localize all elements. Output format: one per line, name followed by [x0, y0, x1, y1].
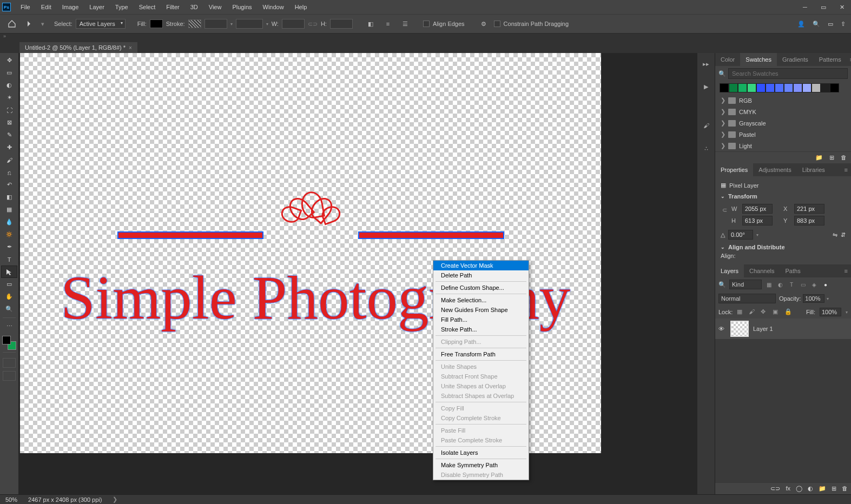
share-icon[interactable]: ⇧	[841, 21, 846, 28]
fill-input[interactable]: 100%	[820, 308, 841, 316]
zoom-tool[interactable]: 🔍	[1, 303, 17, 315]
home-button[interactable]	[4, 16, 19, 31]
new-layer-icon[interactable]: ⊞	[832, 485, 836, 492]
close-tab-icon[interactable]: ×	[129, 45, 132, 51]
screen-mode[interactable]	[3, 371, 16, 381]
color-picker[interactable]	[2, 336, 16, 350]
ctx-stroke-path-[interactable]: Stroke Path...	[433, 324, 529, 334]
menu-3d[interactable]: 3D	[185, 0, 203, 14]
menu-window[interactable]: Window	[258, 0, 289, 14]
layer-row[interactable]: 👁 Layer 1	[715, 319, 851, 340]
ctx-delete-path[interactable]: Delete Path	[433, 270, 529, 280]
link-icon[interactable]: ⊂⊃	[308, 21, 318, 28]
new-group-icon[interactable]: 📁	[815, 154, 823, 161]
flip-h-icon[interactable]: ⇋	[833, 231, 837, 238]
gradient-tool[interactable]: ▦	[1, 203, 17, 216]
new-group-icon[interactable]: 📁	[819, 485, 826, 492]
tab-paths[interactable]: Paths	[780, 264, 806, 277]
menu-select[interactable]: Select	[134, 0, 161, 14]
tab-gradients[interactable]: Gradients	[777, 53, 814, 66]
eraser-tool[interactable]: ◧	[1, 191, 17, 203]
ctx-make-selection-[interactable]: Make Selection...	[433, 295, 529, 305]
expand-icon[interactable]: ❯	[721, 97, 725, 104]
swatch-group-rgb[interactable]: ❯RGB	[715, 95, 851, 106]
swatch[interactable]	[729, 83, 738, 92]
gear-icon[interactable]: ⚙	[477, 17, 491, 31]
history-brush-tool[interactable]: ↶	[1, 178, 17, 191]
menu-image[interactable]: Image	[57, 0, 84, 14]
filter-toggle-icon[interactable]: ●	[822, 281, 829, 288]
y-input[interactable]: 883 px	[794, 216, 824, 226]
align-edges-checkbox[interactable]	[423, 21, 430, 27]
lock-all-icon[interactable]: 🔒	[784, 308, 792, 316]
collapse-icon[interactable]: ⌄	[721, 244, 725, 250]
filter-type-select[interactable]: Kind	[729, 280, 762, 289]
filter-pixel-icon[interactable]: ▦	[765, 281, 773, 288]
tab-properties[interactable]: Properties	[715, 163, 753, 176]
swatch[interactable]	[720, 83, 729, 92]
swatch[interactable]	[775, 83, 784, 92]
swatch[interactable]	[784, 83, 793, 92]
stroke-width[interactable]	[204, 19, 227, 29]
wand-tool[interactable]: ✶	[1, 91, 17, 104]
tab-color[interactable]: Color	[715, 53, 740, 66]
edit-toolbar[interactable]: ⋯	[1, 320, 17, 333]
flip-v-icon[interactable]: ⇵	[841, 231, 846, 238]
workspace-icon[interactable]: ▭	[828, 21, 833, 28]
delete-swatch-icon[interactable]: 🗑	[841, 154, 847, 161]
history-panel-icon[interactable]: ▸▸	[700, 57, 713, 70]
swatch-group-light[interactable]: ❯Light	[715, 140, 851, 151]
link-wh-icon[interactable]: ⊂	[721, 202, 728, 218]
quickmask-mode[interactable]	[3, 358, 16, 368]
panel-menu-icon[interactable]: ≡	[841, 268, 851, 274]
shape-tool[interactable]: ▭	[1, 278, 17, 290]
swatch-search-input[interactable]	[728, 68, 848, 79]
layer-name[interactable]: Layer 1	[753, 326, 773, 332]
menu-filter[interactable]: Filter	[161, 0, 184, 14]
document-info[interactable]: 2467 px x 2408 px (300 ppi)	[28, 496, 102, 503]
brush-tool[interactable]: 🖌	[1, 154, 17, 166]
fill-color[interactable]	[150, 19, 163, 28]
type-tool[interactable]: T	[1, 253, 17, 266]
marquee-tool[interactable]: ▭	[1, 67, 17, 79]
filter-smart-icon[interactable]: ◈	[810, 281, 818, 288]
tab-patterns[interactable]: Patterns	[814, 53, 847, 66]
blend-mode-select[interactable]: Normal	[718, 294, 776, 303]
swatch[interactable]	[738, 83, 747, 92]
swatch-group-grayscale[interactable]: ❯Grayscale	[715, 117, 851, 129]
swatch[interactable]	[747, 83, 756, 92]
ctx-create-vector-mask[interactable]: Create Vector Mask	[433, 261, 529, 270]
constrain-checkbox[interactable]	[494, 21, 500, 27]
pen-tool[interactable]: ✒	[1, 241, 17, 253]
swatch[interactable]	[802, 83, 812, 92]
ctx-make-symmetry-path[interactable]: Make Symmetry Path	[433, 460, 529, 470]
stamp-tool[interactable]: ⎌	[1, 166, 17, 178]
x-input[interactable]: 221 px	[794, 204, 824, 214]
brush-settings-icon[interactable]: ⛬	[700, 142, 713, 155]
swatch[interactable]	[830, 83, 839, 92]
height-field[interactable]	[330, 19, 353, 29]
adjustment-layer-icon[interactable]: ◐	[808, 485, 813, 492]
path-arrangement[interactable]: ☰	[398, 17, 412, 31]
collapse-icon[interactable]: ⌄	[721, 194, 725, 199]
shape-line-left[interactable]	[117, 231, 263, 239]
swatch[interactable]	[812, 83, 821, 92]
path-operations[interactable]: ◧	[364, 17, 378, 31]
tab-libraries[interactable]: Libraries	[797, 163, 830, 176]
panel-menu-icon[interactable]: ≡	[841, 167, 851, 173]
stroke-style[interactable]	[236, 19, 263, 29]
lock-artboard-icon[interactable]: ▣	[773, 308, 780, 316]
height-input[interactable]: 613 px	[742, 216, 773, 226]
move-tool[interactable]: ✥	[1, 54, 17, 67]
width-field[interactable]	[282, 19, 305, 29]
menu-view[interactable]: View	[203, 0, 227, 14]
swatch-group-pastel[interactable]: ❯Pastel	[715, 129, 851, 140]
expand-icon[interactable]: ❯	[721, 108, 725, 115]
swatch[interactable]	[821, 83, 830, 92]
document-tab[interactable]: Untitled-2 @ 50% (Layer 1, RGB/8#) * ×	[19, 42, 137, 53]
search-icon[interactable]: 👤	[797, 21, 805, 28]
visibility-icon[interactable]: 👁	[718, 326, 726, 332]
healing-tool[interactable]: ✚	[1, 141, 17, 154]
shape-line-right[interactable]	[358, 231, 504, 239]
foreground-color[interactable]	[2, 336, 11, 344]
